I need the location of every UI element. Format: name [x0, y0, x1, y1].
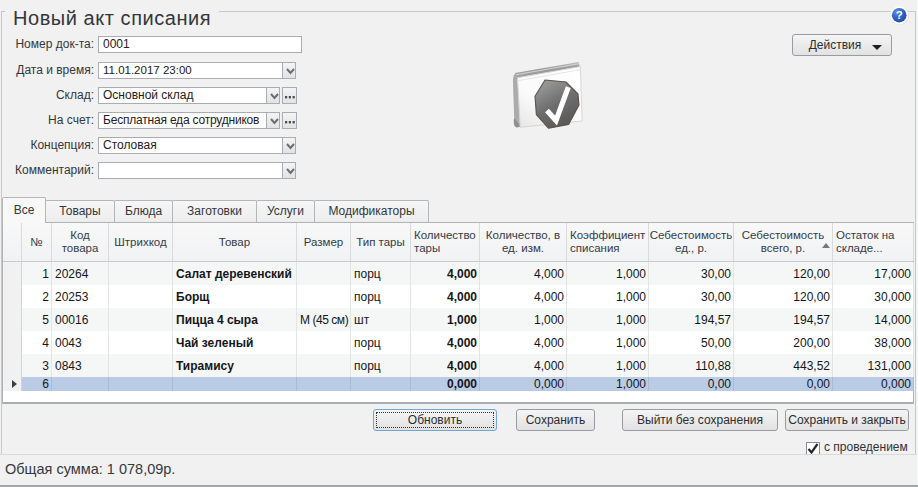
svg-text:?: ?	[896, 9, 903, 21]
